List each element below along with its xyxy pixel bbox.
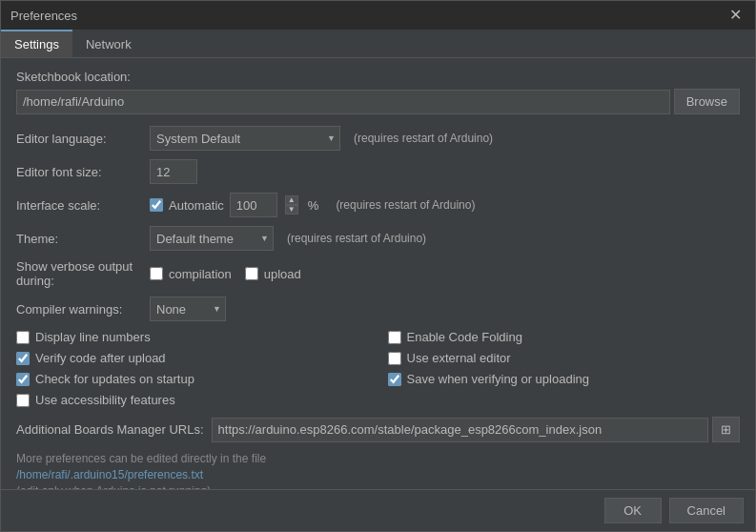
display-line-numbers-label[interactable]: Display line numbers (35, 330, 151, 344)
accessibility-label[interactable]: Use accessibility features (35, 393, 175, 407)
dialog-footer: OK Cancel (1, 489, 755, 531)
dialog-title: Preferences (10, 9, 77, 23)
enable-code-folding-checkbox[interactable] (388, 331, 401, 344)
compiler-warnings-select-wrapper: None Default More All (150, 297, 226, 321)
cancel-button[interactable]: Cancel (669, 498, 744, 523)
sketchbook-label: Sketchbook location: (16, 70, 131, 84)
tabs-bar: Settings Network (1, 30, 755, 58)
save-when-verifying-item: Save when verifying or uploading (388, 372, 741, 386)
editor-language-note: (requires restart of Arduino) (354, 132, 493, 145)
ok-button[interactable]: OK (604, 498, 662, 523)
save-when-verifying-label[interactable]: Save when verifying or uploading (407, 372, 590, 386)
enable-code-folding-label[interactable]: Enable Code Folding (407, 330, 522, 344)
interface-scale-row: Interface scale: Automatic ▲ ▼ % (requir… (16, 193, 740, 217)
theme-select[interactable]: Default theme (150, 226, 274, 251)
use-external-editor-checkbox[interactable] (388, 352, 401, 365)
theme-control: Default theme (requires restart of Ardui… (150, 226, 426, 251)
use-external-editor-item: Use external editor (388, 351, 741, 365)
tab-settings[interactable]: Settings (1, 30, 72, 57)
interface-scale-control: Automatic ▲ ▼ % (requires restart of Ard… (150, 193, 475, 217)
theme-label: Theme: (16, 232, 150, 246)
empty-grid-cell (388, 393, 741, 407)
compiler-warnings-row: Compiler warnings: None Default More All (16, 297, 740, 321)
editor-language-label: Editor language: (16, 132, 150, 146)
editor-font-size-label: Editor font size: (16, 165, 150, 179)
editor-language-control: System Default (requires restart of Ardu… (150, 126, 493, 151)
boards-manager-input[interactable] (212, 418, 708, 442)
boards-manager-button[interactable]: ⊞ (712, 417, 740, 442)
editor-language-select-wrapper: System Default (150, 126, 340, 151)
editor-font-size-control (150, 159, 197, 184)
browse-button[interactable]: Browse (674, 89, 740, 114)
tab-network[interactable]: Network (72, 30, 145, 57)
theme-row: Theme: Default theme (requires restart o… (16, 226, 740, 251)
more-prefs-text: More preferences can be edited directly … (16, 452, 740, 465)
verify-code-checkbox[interactable] (16, 352, 30, 365)
auto-scale-label[interactable]: Automatic (169, 198, 224, 213)
theme-note: (requires restart of Arduino) (287, 232, 426, 245)
check-updates-checkbox[interactable] (16, 373, 30, 386)
editor-language-row: Editor language: System Default (require… (16, 126, 740, 151)
editor-font-size-row: Editor font size: (16, 159, 740, 184)
compiler-warnings-control: None Default More All (150, 297, 226, 321)
display-line-numbers-checkbox[interactable] (16, 331, 30, 344)
compiler-warnings-select[interactable]: None Default More All (150, 297, 226, 321)
scale-value-input[interactable] (230, 193, 277, 217)
interface-scale-label: Interface scale: (16, 198, 150, 213)
compilation-checkbox-item: compilation (150, 267, 232, 281)
check-updates-label[interactable]: Check for updates on startup (35, 372, 194, 386)
preferences-dialog: Preferences ✕ Settings Network Sketchboo… (0, 0, 756, 532)
editor-font-size-input[interactable] (150, 159, 197, 184)
enable-code-folding-item: Enable Code Folding (388, 330, 741, 344)
verbose-compilation-label[interactable]: compilation (169, 267, 232, 281)
check-updates-item: Check for updates on startup (16, 372, 369, 386)
sketchbook-section: Sketchbook location: Browse (16, 70, 740, 114)
editor-language-select[interactable]: System Default (150, 126, 340, 151)
use-external-editor-label[interactable]: Use external editor (407, 351, 511, 365)
verbose-label: Show verbose output during: (16, 259, 150, 288)
boards-btn-icon: ⊞ (721, 422, 731, 437)
accessibility-item: Use accessibility features (16, 393, 369, 407)
percent-label: % (308, 198, 319, 213)
save-when-verifying-checkbox[interactable] (388, 373, 401, 386)
info-section: More preferences can be edited directly … (16, 452, 740, 489)
checkboxes-grid: Display line numbers Enable Code Folding… (16, 330, 740, 407)
boards-manager-label: Additional Boards Manager URLs: (16, 422, 204, 437)
accessibility-checkbox[interactable] (16, 394, 30, 407)
auto-scale-checkbox[interactable] (150, 198, 163, 212)
verbose-output-row: Show verbose output during: compilation … (16, 259, 740, 288)
theme-select-wrapper: Default theme (150, 226, 274, 251)
verbose-upload-checkbox[interactable] (245, 267, 258, 280)
display-line-numbers-item: Display line numbers (16, 330, 369, 344)
interface-scale-note: (requires restart of Arduino) (336, 198, 475, 212)
verify-code-label[interactable]: Verify code after upload (35, 351, 166, 365)
verbose-compilation-checkbox[interactable] (150, 267, 163, 280)
spinner-down[interactable]: ▼ (285, 205, 298, 215)
compiler-warnings-label: Compiler warnings: (16, 302, 150, 317)
settings-content: Sketchbook location: Browse Editor langu… (1, 58, 755, 489)
sketchbook-input-row: Browse (16, 89, 740, 114)
sketchbook-input[interactable] (16, 90, 670, 114)
spinner-up[interactable]: ▲ (285, 195, 298, 205)
prefs-file-path[interactable]: /home/rafi/.arduino15/preferences.txt (16, 468, 740, 481)
close-button[interactable]: ✕ (725, 8, 746, 23)
boards-manager-row: Additional Boards Manager URLs: ⊞ (16, 417, 740, 442)
verify-code-item: Verify code after upload (16, 351, 369, 365)
scale-spinner: ▲ ▼ (285, 195, 298, 215)
titlebar: Preferences ✕ (1, 1, 755, 30)
verbose-checkboxes: compilation upload (150, 267, 301, 281)
upload-checkbox-item: upload (245, 267, 301, 281)
verbose-upload-label[interactable]: upload (264, 267, 301, 281)
